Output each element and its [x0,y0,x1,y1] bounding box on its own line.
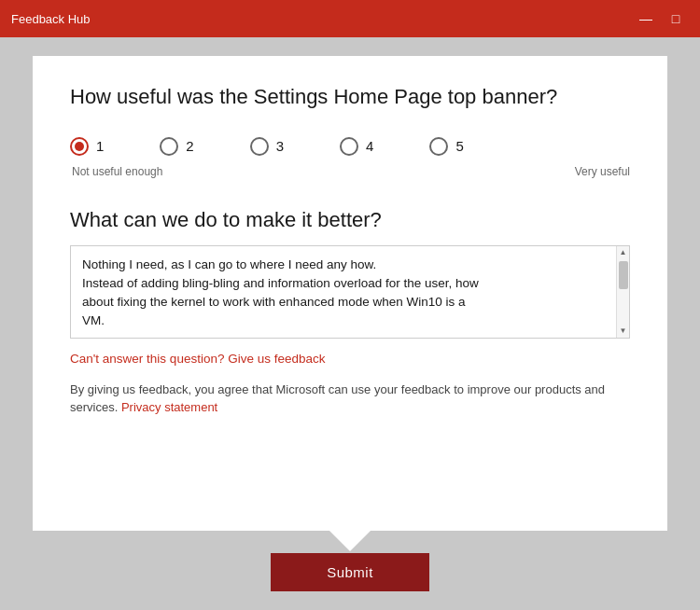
bottom-area: Submit [33,531,667,610]
radio-circle-1 [70,137,89,156]
privacy-statement-link[interactable]: Privacy statement [121,400,217,414]
radio-option-2[interactable]: 2 [160,137,193,156]
radio-circle-3 [250,137,269,156]
scale-labels: Not useful enough Very useful [70,165,630,178]
scale-label-not-useful: Not useful enough [72,165,162,178]
title-bar-controls: — □ [633,6,689,32]
radio-label-3: 3 [276,138,284,154]
question2-title: What can we do to make it better? [70,208,630,232]
radio-circle-5 [429,137,448,156]
radio-label-4: 4 [366,138,373,154]
radio-option-1[interactable]: 1 [70,137,104,156]
question1-title: How useful was the Settings Home Page to… [70,84,630,111]
minimize-button[interactable]: — [633,6,659,32]
radio-option-5[interactable]: 5 [429,137,463,156]
scrollbar-track[interactable]: ▲ ▼ [616,246,629,338]
rating-radio-group: 1 2 3 4 5 [70,137,630,156]
app-title: Feedback Hub [11,12,91,26]
feedback-textarea[interactable] [71,246,616,338]
main-background: How useful was the Settings Home Page to… [0,37,700,610]
privacy-text: By giving us feedback, you agree that Mi… [70,381,630,417]
scroll-up-icon[interactable]: ▲ [617,246,630,259]
radio-label-5: 5 [455,138,463,154]
radio-label-1: 1 [96,138,104,154]
cant-answer-link[interactable]: Can't answer this question? Give us feed… [70,352,630,366]
feedback-textarea-wrapper: ▲ ▼ [70,245,630,339]
submit-button[interactable]: Submit [271,553,429,591]
radio-circle-2 [160,137,178,156]
radio-option-3[interactable]: 3 [250,137,284,156]
title-bar: Feedback Hub — □ [0,0,700,37]
scrollbar-thumb[interactable] [619,261,628,289]
radio-dot-1 [75,142,84,151]
radio-option-4[interactable]: 4 [340,137,373,156]
scale-label-very-useful: Very useful [575,165,630,178]
feedback-card: How useful was the Settings Home Page to… [33,56,667,531]
title-bar-left: Feedback Hub [11,12,91,26]
maximize-button[interactable]: □ [663,6,689,32]
scroll-down-icon[interactable]: ▼ [617,325,630,338]
radio-circle-4 [340,137,358,156]
radio-label-2: 2 [186,138,193,154]
